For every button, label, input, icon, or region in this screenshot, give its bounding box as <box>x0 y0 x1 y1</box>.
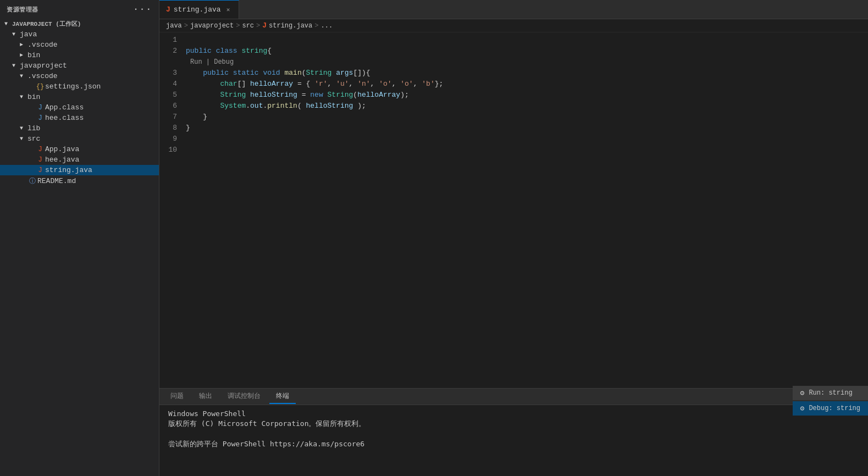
panel-tab-bar: 问题 输出 调试控制台 终端 <box>159 389 868 405</box>
code-line-8: 8 } <box>159 123 868 134</box>
panel-tab-wenti[interactable]: 问题 <box>164 389 190 404</box>
breadcrumb-java: java <box>166 22 182 30</box>
tab-java-icon: J <box>166 5 170 14</box>
tab-label: string.java <box>174 5 221 14</box>
hee-java-label: hee.java <box>45 156 79 164</box>
sidebar-header: 资源管理器 ··· <box>0 0 159 19</box>
sidebar-item-javaproject[interactable]: ▼ javaproject <box>0 60 159 71</box>
code-content-6: System.out.println( helloString ); <box>186 101 366 112</box>
code-line-4: 4 char[] helloArray = { 'r', 'u', 'n', '… <box>159 79 868 90</box>
terminal-content[interactable]: Windows PowerShell 版权所有 (C) Microsoft Co… <box>159 405 868 476</box>
sidebar-item-vscode1[interactable]: ► .vscode <box>0 40 159 50</box>
run-debug-float: ⚙ Run: string ⚙ Debug: string <box>793 386 868 416</box>
line-num-8: 8 <box>159 123 186 134</box>
breadcrumb-javaproject: javaproject <box>190 22 234 30</box>
heejava-spacer <box>27 157 35 163</box>
line-num-9: 9 <box>159 134 186 145</box>
line-num-2: 2 <box>159 46 186 57</box>
code-editor[interactable]: 1 2 public class string{ Run | Debug 3 p… <box>159 32 868 388</box>
terminal-line-3 <box>168 430 859 438</box>
debug-string-button[interactable]: ⚙ Debug: string <box>793 401 868 416</box>
breadcrumb: java > javaproject > src > J string.java… <box>159 19 868 32</box>
sep1: > <box>184 22 188 30</box>
line-num-1: 1 <box>159 35 186 46</box>
bin2-chevron: ▼ <box>20 94 27 100</box>
panel-tab-debug-console[interactable]: 调试控制台 <box>221 389 267 404</box>
vscode2-chevron: ▼ <box>20 73 27 79</box>
panel-tab-terminal[interactable]: 终端 <box>269 389 296 404</box>
java-chevron: ▼ <box>12 31 20 37</box>
class-icon-hee: J <box>35 114 45 122</box>
sidebar-item-readme[interactable]: ⓘ README.md <box>0 175 159 187</box>
readme-label: README.md <box>37 177 76 185</box>
bottom-panel: 问题 输出 调试控制台 终端 Windows PowerShell 版权所有 (… <box>159 388 868 476</box>
code-content-3: public static void main(String args[]){ <box>186 68 371 79</box>
line-num-10: 10 <box>159 145 186 156</box>
sidebar-item-vscode2[interactable]: ▼ .vscode <box>0 71 159 81</box>
panel-tab-shuchu[interactable]: 输出 <box>192 389 219 404</box>
run-debug-hint[interactable]: Run | Debug <box>190 57 234 68</box>
sidebar-item-hee-java[interactable]: J hee.java <box>0 154 159 165</box>
run-string-button[interactable]: ⚙ Run: string <box>793 386 868 400</box>
tab-close-button[interactable]: ✕ <box>224 5 233 14</box>
debug-link[interactable]: Debug <box>214 58 234 66</box>
code-content-8: } <box>186 123 190 134</box>
vscode1-label: .vscode <box>27 41 58 49</box>
lib-label: lib <box>27 124 40 132</box>
sidebar-item-app-java[interactable]: J App.java <box>0 144 159 154</box>
sidebar-item-lib[interactable]: ▼ lib <box>0 123 159 134</box>
line-num-7: 7 <box>159 112 186 123</box>
debug-string-label: Debug: string <box>809 405 860 412</box>
run-sep: | <box>206 58 214 66</box>
vscode2-label: .vscode <box>27 72 58 80</box>
app-java-label: App.java <box>45 145 79 153</box>
class-icon-app: J <box>35 104 45 112</box>
stringjava-spacer <box>27 167 35 173</box>
vscode1-chevron: ► <box>20 42 27 48</box>
src-label: src <box>27 135 40 143</box>
code-line-1: 1 <box>159 35 868 46</box>
code-line-2: 2 public class string{ <box>159 46 868 57</box>
sep3: > <box>256 22 260 30</box>
line-num-3: 3 <box>159 68 186 79</box>
sidebar-item-bin1[interactable]: ► bin <box>0 50 159 60</box>
code-content-5: String helloString = new String(helloArr… <box>186 90 409 101</box>
src-chevron: ▼ <box>20 136 27 142</box>
readme-spacer <box>20 178 27 184</box>
sidebar-menu-dots[interactable]: ··· <box>133 4 152 14</box>
sidebar: 资源管理器 ··· ▼ JAVAPROJECT (工作区) ▼ java ► .… <box>0 0 159 476</box>
code-line-7: 7 } <box>159 112 868 123</box>
sep2: > <box>236 22 240 30</box>
code-content-2: public class string{ <box>186 46 272 57</box>
terminal-line-1: Windows PowerShell <box>168 409 859 418</box>
run-gear-icon: ⚙ <box>800 389 805 397</box>
code-content-7: } <box>186 112 207 123</box>
appjava-spacer <box>27 146 35 152</box>
debug-gear-icon: ⚙ <box>800 404 805 413</box>
sidebar-item-settings-json[interactable]: {} settings.json <box>0 81 159 92</box>
javaproject-label: javaproject <box>20 62 67 70</box>
run-link[interactable]: Run <box>190 58 202 66</box>
sidebar-item-java[interactable]: ▼ java <box>0 29 159 40</box>
sidebar-item-app-class[interactable]: J App.class <box>0 102 159 113</box>
sidebar-item-hee-class[interactable]: J hee.class <box>0 113 159 123</box>
javaproject-chevron: ▼ <box>12 63 20 69</box>
project-root[interactable]: ▼ JAVAPROJECT (工作区) <box>0 19 159 29</box>
tab-string-java[interactable]: J string.java ✕ <box>159 0 239 19</box>
terminal-line-4: 尝试新的跨平台 PowerShell https://aka.ms/pscore… <box>168 439 859 449</box>
sidebar-item-string-java[interactable]: J string.java <box>0 165 159 175</box>
code-content-4: char[] helloArray = { 'r', 'u', 'n', 'o'… <box>186 79 443 90</box>
sidebar-item-src[interactable]: ▼ src <box>0 134 159 144</box>
heeclass-spacer <box>27 115 35 121</box>
bin1-label: bin <box>27 51 40 59</box>
run-string-label: Run: string <box>809 389 852 397</box>
sidebar-item-bin2[interactable]: ▼ bin <box>0 92 159 102</box>
breadcrumb-java-icon: J <box>262 21 267 30</box>
json-icon: {} <box>35 83 45 91</box>
java-folder-label: java <box>20 30 37 38</box>
hee-class-label: hee.class <box>45 114 84 122</box>
code-line-run-debug: Run | Debug <box>186 57 868 68</box>
line-num-5: 5 <box>159 90 186 101</box>
project-chevron: ▼ <box>4 21 12 27</box>
terminal-line-2: 版权所有 (C) Microsoft Corporation。保留所有权利。 <box>168 419 859 429</box>
